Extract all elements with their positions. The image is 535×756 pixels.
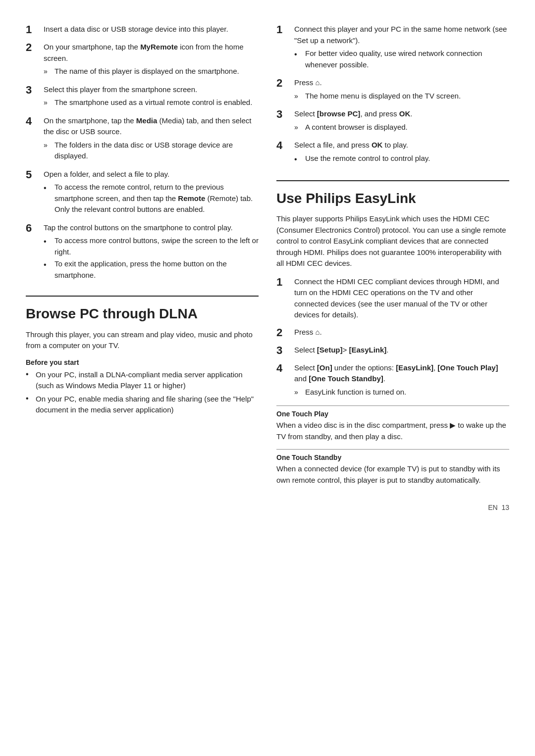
one-touch-standby-label: One Touch Standby (276, 449, 509, 461)
step-6-text: Tap the control buttons on the smartphon… (44, 223, 233, 232)
easylink-step-4: 4 Select [On] under the options: [EasyLi… (276, 362, 509, 399)
right-step-number-2: 2 (276, 77, 289, 89)
right-step-2-text: Press ⌂. (294, 78, 322, 87)
step-6-sub-2: • To exit the application, press the hom… (44, 258, 259, 281)
arrow-icon: » (294, 387, 302, 398)
easylink-step-2: 2 Press ⌂. (276, 327, 509, 339)
step-2: 2 On your smartphone, tap the MyRemote i… (26, 42, 259, 78)
step-6-content: Tap the control buttons on the smartphon… (44, 222, 259, 282)
bullet-icon: • (44, 182, 52, 194)
before-start-item-2-text: On your PC, enable media sharing and fil… (36, 394, 259, 416)
easylink-step-3-content: Select [Setup]> [EasyLink]. (294, 345, 509, 356)
easylink-step-4-sub-1-text: EasyLink function is turned on. (305, 387, 406, 398)
step-number-1: 1 (26, 24, 39, 36)
easylink-steps-list: 1 Connect the HDMI CEC compliant devices… (276, 276, 509, 399)
right-step-3-content: Select [browse PC], and press OK. » A co… (294, 108, 509, 134)
right-column: 1 Connect this player and your PC in the… (276, 24, 509, 486)
step-5-text: Open a folder, and select a file to play… (44, 170, 169, 178)
step-4-sub-1: » The folders in the data disc or USB st… (44, 140, 259, 162)
right-step-1: 1 Connect this player and your PC in the… (276, 24, 509, 71)
right-step-4-subs: • Use the remote control to control play… (294, 153, 509, 165)
step-3-subs: » The smartphone used as a virtual remot… (44, 97, 259, 108)
main-layout: 1 Insert a data disc or USB storage devi… (26, 24, 509, 486)
step-number-4: 4 (26, 115, 39, 127)
before-start-item-1-text: On your PC, install a DLNA-compliant med… (36, 369, 259, 392)
step-5-sub-1-text: To access the remote control, return to … (54, 182, 259, 215)
easylink-step-number-3: 3 (276, 345, 289, 356)
right-step-4-sub-1-text: Use the remote control to control play. (305, 153, 430, 164)
right-step-4-sub-1: • Use the remote control to control play… (294, 153, 509, 165)
step-6: 6 Tap the control buttons on the smartph… (26, 222, 259, 282)
step-2-subs: » The name of this player is displayed o… (44, 66, 259, 77)
page-footer: EN 13 (26, 504, 509, 511)
arrow-icon: » (44, 140, 52, 151)
bullet-icon: • (294, 153, 302, 165)
easylink-step-4-text: Select [On] under the options: [EasyLink… (294, 363, 498, 383)
step-3-content: Select this player from the smartphone s… (44, 84, 259, 109)
bullet-icon: • (44, 236, 52, 248)
bullet-icon: • (294, 49, 302, 60)
one-touch-play-text: When a video disc is in the disc compart… (276, 420, 509, 442)
easylink-step-number-4: 4 (276, 362, 289, 374)
step-2-content: On your smartphone, tap the MyRemote ico… (44, 42, 259, 78)
step-number-3: 3 (26, 84, 39, 96)
easylink-section-title: Use Philips EasyLink (276, 190, 509, 207)
easylink-step-1-text: Connect the HDMI CEC compliant devices t… (294, 277, 499, 319)
step-1-content: Insert a data disc or USB storage device… (44, 24, 259, 35)
step-6-subs: • To access more control buttons, swipe … (44, 235, 259, 281)
right-step-2-subs: » The home menu is displayed on the TV s… (294, 91, 509, 102)
step-2-sub-1-text: The name of this player is displayed on … (54, 66, 239, 77)
step-3-text: Select this player from the smartphone s… (44, 85, 197, 94)
easylink-step-1: 1 Connect the HDMI CEC compliant devices… (276, 276, 509, 321)
right-step-1-subs: • For better video quality, use wired ne… (294, 48, 509, 70)
easylink-step-number-1: 1 (276, 276, 289, 288)
step-4: 4 On the smartphone, tap the Media (Medi… (26, 115, 259, 163)
right-step-3-sub-1: » A content browser is displayed. (294, 122, 509, 133)
footer-page: 13 (501, 504, 509, 511)
step-number-5: 5 (26, 169, 39, 181)
right-step-3-subs: » A content browser is displayed. (294, 122, 509, 133)
easylink-step-3: 3 Select [Setup]> [EasyLink]. (276, 345, 509, 356)
right-step-1-text: Connect this player and your PC in the s… (294, 25, 507, 45)
right-step-2-sub-1-text: The home menu is displayed on the TV scr… (305, 91, 461, 102)
before-start-label: Before you start (26, 358, 259, 366)
right-step-4-text: Select a file, and press OK to play. (294, 141, 408, 149)
step-4-subs: » The folders in the data disc or USB st… (44, 140, 259, 162)
arrow-icon: » (44, 66, 52, 77)
section-divider-easylink (276, 180, 509, 181)
step-3: 3 Select this player from the smartphone… (26, 84, 259, 109)
one-touch-play-label: One Touch Play (276, 405, 509, 418)
browse-intro: Through this player, you can stream and … (26, 329, 259, 352)
step-5: 5 Open a folder, and select a file to pl… (26, 169, 259, 216)
right-step-1-content: Connect this player and your PC in the s… (294, 24, 509, 71)
step-2-text: On your smartphone, tap the MyRemote ico… (44, 43, 244, 62)
right-step-number-4: 4 (276, 140, 289, 151)
before-start-list: • On your PC, install a DLNA-compliant m… (26, 369, 259, 416)
easylink-intro: This player supports Philips EasyLink wh… (276, 213, 509, 269)
right-step-4: 4 Select a file, and press OK to play. •… (276, 140, 509, 166)
step-number-6: 6 (26, 222, 39, 234)
right-step-4-content: Select a file, and press OK to play. • U… (294, 140, 509, 166)
easylink-step-4-content: Select [On] under the options: [EasyLink… (294, 362, 509, 399)
step-2-sub-1: » The name of this player is displayed o… (44, 66, 259, 77)
steps-list-2: 1 Connect this player and your PC in the… (276, 24, 509, 166)
bullet-icon: • (26, 394, 33, 403)
right-step-3-sub-1-text: A content browser is displayed. (305, 122, 408, 133)
right-step-1-sub-1: • For better video quality, use wired ne… (294, 48, 509, 70)
before-start-item-2: • On your PC, enable media sharing and f… (26, 394, 259, 416)
browse-section-title: Browse PC through DLNA (26, 305, 259, 322)
step-5-content: Open a folder, and select a file to play… (44, 169, 259, 216)
arrow-icon: » (294, 122, 302, 133)
easylink-step-1-content: Connect the HDMI CEC compliant devices t… (294, 276, 509, 321)
home-icon: ⌂ (316, 78, 320, 87)
step-6-sub-1-text: To access more control buttons, swipe th… (54, 235, 259, 257)
right-step-number-1: 1 (276, 24, 289, 36)
right-step-3-text: Select [browse PC], and press OK. (294, 109, 412, 118)
right-step-2-sub-1: » The home menu is displayed on the TV s… (294, 91, 509, 102)
arrow-icon: » (44, 98, 52, 108)
easylink-step-number-2: 2 (276, 327, 289, 339)
step-1-text: Insert a data disc or USB storage device… (44, 25, 228, 33)
step-3-sub-1-text: The smartphone used as a virtual remote … (54, 97, 252, 108)
section-divider-browse (26, 296, 259, 297)
easylink-step-2-text: Press ⌂. (294, 328, 322, 336)
